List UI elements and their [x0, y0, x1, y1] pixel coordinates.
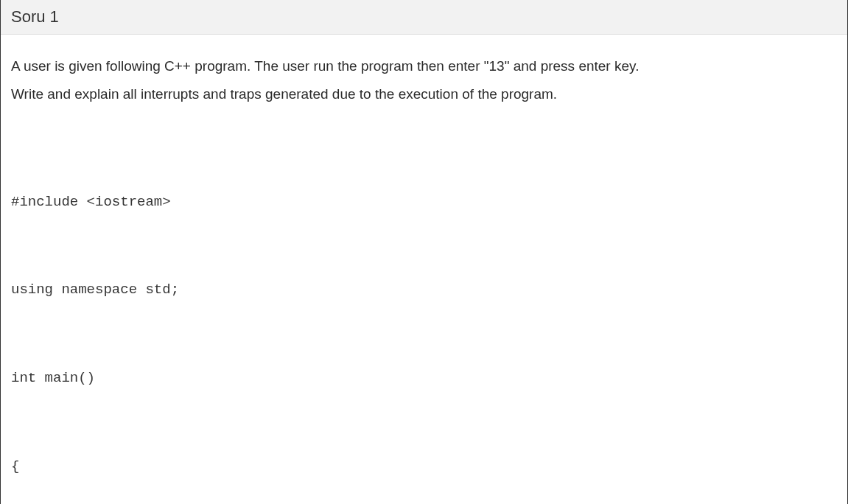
- question-header: Soru 1: [1, 0, 847, 35]
- question-container: Soru 1 A user is given following C++ pro…: [0, 0, 848, 504]
- question-title: Soru 1: [11, 7, 59, 26]
- code-line: #include <iostream>: [11, 188, 837, 217]
- prompt-line: Write and explain all interrupts and tra…: [11, 80, 837, 108]
- question-prompt: A user is given following C++ program. T…: [11, 52, 837, 108]
- code-block: #include <iostream> using namespace std;…: [11, 129, 837, 504]
- code-line: using namespace std;: [11, 276, 837, 305]
- code-line: int main(): [11, 364, 837, 393]
- prompt-line: A user is given following C++ program. T…: [11, 52, 837, 80]
- code-line: {: [11, 452, 837, 482]
- question-body: A user is given following C++ program. T…: [1, 35, 847, 504]
